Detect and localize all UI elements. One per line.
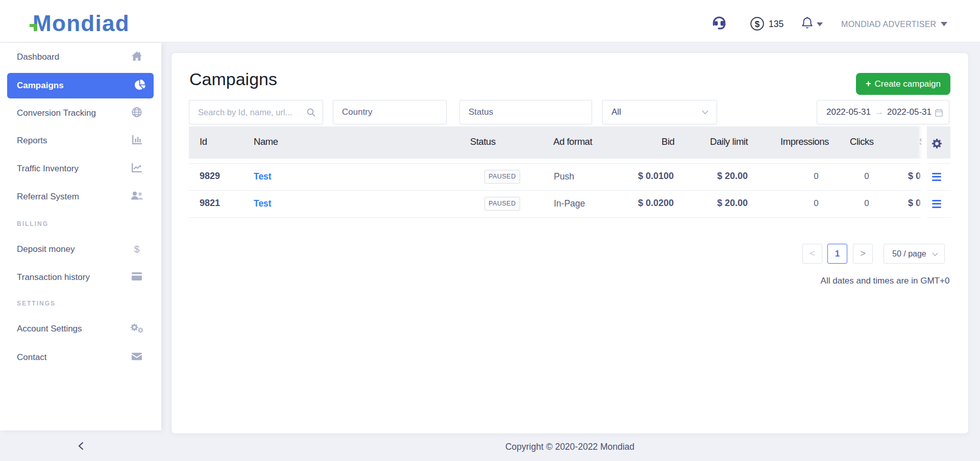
svg-text:$: $ [755, 19, 760, 29]
